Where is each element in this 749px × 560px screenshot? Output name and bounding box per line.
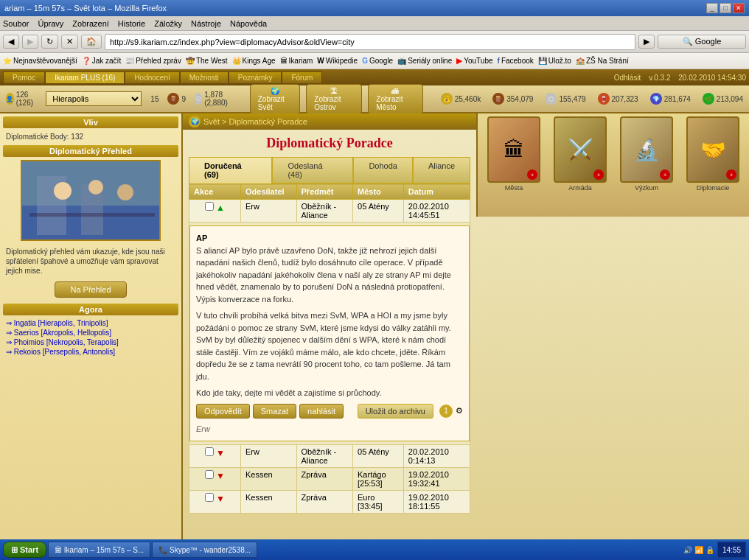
bookmark-kings-age[interactable]: 👑 Kings Age bbox=[232, 57, 276, 65]
bookmark-facebook[interactable]: f Facebook bbox=[498, 57, 534, 65]
res2-icon: 🪵 bbox=[492, 93, 504, 105]
address-bar[interactable] bbox=[105, 34, 635, 50]
show-world-btn[interactable]: 🌍 Zobrazit Svět bbox=[250, 84, 301, 114]
main-area: Vliv Diplomatické Body: 132 Diplomatický… bbox=[0, 113, 749, 539]
maximize-btn[interactable]: □ bbox=[720, 3, 731, 13]
diplom-desc: Diplomatický přehled vám ukazuje, kde js… bbox=[3, 245, 178, 277]
odpovedet-btn[interactable]: Odpovědít bbox=[196, 404, 250, 419]
tab-aliance[interactable]: Aliance bbox=[413, 157, 470, 183]
tab-forum[interactable]: Fórum bbox=[282, 71, 322, 84]
expanded-checkbox[interactable] bbox=[205, 202, 214, 211]
back-btn[interactable]: ◀ bbox=[3, 35, 19, 49]
search-btn[interactable]: 🔍 Google bbox=[658, 35, 746, 49]
agora-item-1[interactable]: Saerios [Akropolis, Hellopolis] bbox=[6, 328, 175, 337]
bookmark-the-west[interactable]: 🤠 The West bbox=[186, 57, 228, 65]
na-prehled-btn[interactable]: Na Přehled bbox=[55, 281, 126, 298]
menu-zalozky[interactable]: Záložky bbox=[154, 19, 182, 28]
row2-arrow: ▼ bbox=[216, 494, 225, 504]
taskbar-ikariam[interactable]: 🏛 Ikariam – 15m 57s – S... bbox=[48, 542, 150, 558]
res4-icon: 🍷 bbox=[598, 93, 610, 105]
go-btn[interactable]: ▶ bbox=[638, 35, 655, 49]
show-city-btn[interactable]: 🏙 Zobrazit Město bbox=[368, 84, 422, 114]
version-label: v.0.3.2 bbox=[649, 74, 670, 82]
bookmark-prehled-zprav[interactable]: 📰 Přehled zpráv bbox=[125, 57, 181, 65]
bookmark-ikariam[interactable]: 🏛 Ikariam bbox=[280, 57, 313, 65]
bookmark-nejnavstevovanejsi[interactable]: ⭐ Nejnavštěvovanější bbox=[3, 57, 77, 65]
portraits-area: 🏛 + Města ⚔️ + Armáda � bbox=[476, 113, 749, 217]
agora-items: Ingatia [Hierapolis, Trinipolis] Saerios… bbox=[3, 318, 178, 357]
bookmark-wikipedie[interactable]: W Wikipedie bbox=[317, 57, 358, 65]
tab-poznamky[interactable]: Poznámky bbox=[229, 71, 282, 84]
portrait-diplomacie[interactable]: 🤝 + Diplomacie bbox=[683, 116, 742, 214]
portrait-armada[interactable]: ⚔️ + Armáda bbox=[551, 116, 610, 214]
bookmark-youtube[interactable]: ▶ YouTube bbox=[456, 57, 492, 65]
menu-nastroje[interactable]: Nástroje bbox=[191, 19, 221, 28]
windows-icon: ⊞ bbox=[11, 545, 18, 555]
row0-arrow: ▼ bbox=[216, 448, 225, 458]
reload-btn[interactable]: ↻ bbox=[41, 35, 58, 49]
table-row: ▼ Kessen Zpráva Kartágo [25:53] 19.02.20… bbox=[189, 468, 470, 491]
archive-icon: ⚙ bbox=[456, 405, 463, 417]
messages-table: Akce Odesílatel Předmět Město Datum bbox=[189, 183, 470, 514]
wood-icon: 🪵 bbox=[167, 93, 179, 105]
city-select[interactable]: Hierapolis bbox=[46, 91, 142, 106]
bookmark-ulozto[interactable]: 💾 Ulož.to bbox=[538, 57, 571, 65]
bookmark-serialy[interactable]: 📺 Seriály online bbox=[397, 57, 452, 65]
tab-odeslana[interactable]: Odeslaná (48) bbox=[272, 157, 353, 183]
logout-btn[interactable]: Odhlásit bbox=[614, 74, 641, 82]
archive-btn[interactable]: Uložit do archivu bbox=[358, 404, 433, 419]
start-button[interactable]: ⊞ Start bbox=[3, 542, 46, 558]
portrait-vyzkum[interactable]: 🔬 + Výzkum bbox=[617, 116, 676, 214]
map-btns-container: 🌍 Zobrazit Svět 🏝 Zobrazit Ostrov 🏙 Zobr… bbox=[250, 84, 423, 114]
tab-moznosti[interactable]: Možnosti bbox=[180, 71, 229, 84]
msg-tabs: Doručená (69) Odeslaná (48) Dohoda Alian… bbox=[189, 157, 470, 183]
show-island-btn[interactable]: 🏝 Zobrazit Ostrov bbox=[306, 84, 362, 114]
menu-zobrazeni[interactable]: Zobrazení bbox=[72, 19, 109, 28]
bookmark-zs[interactable]: 🏫 ZŠ Na Strání bbox=[576, 57, 629, 65]
gold-value: 25,460k bbox=[455, 95, 481, 103]
svg-rect-7 bbox=[29, 213, 155, 217]
res4-value: 207,323 bbox=[612, 95, 638, 103]
save-icon: 💾 bbox=[538, 57, 547, 65]
marble-icon: ⬡ bbox=[195, 93, 202, 105]
agora-item-3[interactable]: Rekoios [Persepolis, Antonolis] bbox=[6, 347, 175, 357]
row0-checkbox[interactable] bbox=[205, 447, 214, 456]
forward-btn[interactable]: ▶ bbox=[22, 35, 38, 49]
row0-checkbox-cell: ▼ bbox=[189, 445, 241, 468]
menu-historie[interactable]: Historie bbox=[118, 19, 145, 28]
tab-hodnoceni[interactable]: Hodnocení bbox=[125, 71, 179, 84]
tab-dohoda[interactable]: Dohoda bbox=[353, 157, 413, 183]
menu-napoveda[interactable]: Nápověda bbox=[230, 19, 267, 28]
bookmark-jak-zacit[interactable]: ❓ Jak začít bbox=[82, 57, 121, 65]
resources-bar: 👤 126 (126) Hierapolis 15 🪵 9 ⬡ 1,878 (2… bbox=[0, 85, 749, 113]
population-resource: 👤 126 (126) bbox=[6, 91, 37, 107]
close-btn[interactable]: ✕ bbox=[733, 3, 745, 13]
res3-icon: ⬡ bbox=[545, 93, 557, 105]
taskbar-skype[interactable]: 📞 Skype™ - wander2538... bbox=[152, 542, 257, 558]
message-content-cell: AP S aliancí AP bylo právě uzavřeno DoN,… bbox=[189, 223, 470, 445]
tab-pomoc[interactable]: Pomoc bbox=[3, 71, 45, 84]
portrait-img-armada: ⚔️ + bbox=[554, 116, 607, 183]
table-header-row: Akce Odesílatel Předmět Město Datum bbox=[189, 184, 470, 200]
agora-item-0[interactable]: Ingatia [Hierapolis, Trinipolis] bbox=[6, 318, 175, 328]
msg-body-p1: S aliancí AP bylo právě uzavřeno DoN, ta… bbox=[196, 245, 463, 306]
tab-dorucena[interactable]: Doručená (69) bbox=[189, 157, 272, 183]
menu-soubor[interactable]: Soubor bbox=[3, 19, 29, 28]
smazat-btn[interactable]: Smazat bbox=[253, 404, 296, 419]
stop-btn[interactable]: ✕ bbox=[61, 35, 78, 49]
tab-ikariam-plus[interactable]: Ikariam PLUS (16) bbox=[45, 71, 125, 84]
row2-checkbox[interactable] bbox=[205, 493, 214, 502]
home-btn[interactable]: 🏠 bbox=[81, 35, 102, 49]
agora-item-2[interactable]: Phoimios [Nekropolis, Terapolis] bbox=[6, 337, 175, 347]
portrait-mesta[interactable]: 🏛 + Města bbox=[484, 116, 543, 214]
row0-subject: Oběžník - Aliance bbox=[296, 445, 353, 468]
city-select-container: Hierapolis bbox=[46, 91, 142, 106]
menu-upravy[interactable]: Úpravy bbox=[38, 19, 63, 28]
bookmark-google[interactable]: G Google bbox=[362, 57, 393, 65]
res3-value: 155,479 bbox=[559, 95, 585, 103]
gold-icon: 💰 bbox=[441, 93, 453, 105]
row1-checkbox[interactable] bbox=[205, 470, 214, 479]
nahlasat-btn[interactable]: nahlásit bbox=[299, 404, 344, 419]
temple-icon: 🏛 bbox=[280, 57, 288, 65]
minimize-btn[interactable]: _ bbox=[706, 3, 718, 13]
